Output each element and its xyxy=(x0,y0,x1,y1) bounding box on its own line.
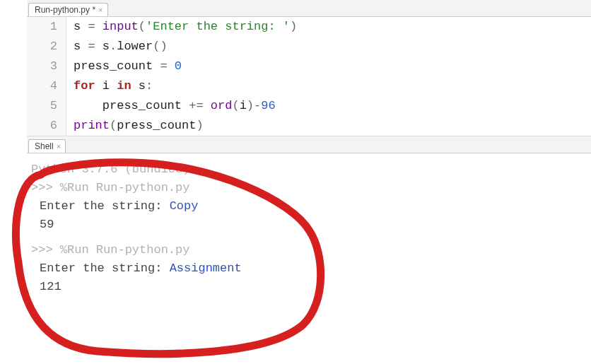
code-content[interactable]: s = s.lower() xyxy=(66,37,168,57)
token: - xyxy=(254,99,261,112)
token: ( xyxy=(110,119,117,132)
code-line: 1s = input('Enter the string: ') xyxy=(27,17,591,37)
repl-prompt: >>> xyxy=(31,181,60,194)
blank-line xyxy=(31,296,588,303)
token: ord xyxy=(211,99,233,112)
token xyxy=(168,59,175,73)
token: += xyxy=(189,99,203,112)
line-number: 1 xyxy=(27,17,66,37)
token: in xyxy=(117,79,131,93)
close-icon[interactable]: × xyxy=(57,142,61,151)
line-number: 2 xyxy=(27,37,66,57)
line-number: 5 xyxy=(27,96,66,116)
token: s xyxy=(74,40,81,53)
token: 'Enter the string: ' xyxy=(146,20,290,33)
token: i xyxy=(95,79,117,93)
user-input-value: Copy xyxy=(170,199,199,213)
token: . xyxy=(110,40,117,53)
run-command: %Run Run-python.py xyxy=(60,181,190,194)
shell-command-line: >>> %Run Run-python.py xyxy=(31,179,588,197)
token: print xyxy=(74,119,110,132)
code-content[interactable]: press_count = 0 xyxy=(66,57,182,76)
token: = xyxy=(160,59,167,73)
token: for xyxy=(74,79,95,93)
output-prompt-text: Enter the string: xyxy=(40,199,170,213)
repl-prompt: >>> xyxy=(31,243,60,257)
line-number: 3 xyxy=(27,57,66,76)
token xyxy=(81,40,88,53)
ide-window: Run-python.py * × 1s = input('Enter the … xyxy=(0,0,591,310)
token: : xyxy=(146,79,153,93)
line-number: 4 xyxy=(27,76,66,96)
shell-tab[interactable]: Shell × xyxy=(28,139,66,153)
editor-tab-bar: Run-python.py * × xyxy=(27,0,591,17)
code-content[interactable]: for i in s: xyxy=(66,76,153,96)
shell-tab-bar: Shell × xyxy=(27,136,591,153)
token: () xyxy=(153,40,167,53)
code-content[interactable]: print(press_count) xyxy=(66,116,204,136)
close-icon[interactable]: × xyxy=(98,6,103,14)
token: press_count xyxy=(74,99,182,112)
token: press_count xyxy=(74,59,153,73)
token: s xyxy=(131,79,146,93)
token xyxy=(95,40,103,53)
run-command: %Run Run-python.py xyxy=(60,243,190,257)
token xyxy=(81,20,88,33)
code-content[interactable]: s = input('Enter the string: ') xyxy=(66,17,297,37)
code-line: 2s = s.lower() xyxy=(27,37,591,57)
token: s xyxy=(74,20,81,33)
token: i xyxy=(240,99,247,112)
blank-line xyxy=(31,234,588,241)
token: lower xyxy=(117,40,153,53)
code-content[interactable]: press_count += ord(i)-96 xyxy=(66,96,276,116)
shell-output[interactable]: Python 3.7.6 (bundled)>>> %Run Run-pytho… xyxy=(27,153,591,310)
token xyxy=(182,99,189,112)
tab-filename: Run-python.py * xyxy=(35,5,95,15)
shell-tab-label: Shell xyxy=(35,141,54,151)
user-input-value: Assignment xyxy=(170,262,242,275)
code-line: 4for i in s: xyxy=(27,76,591,96)
token: s xyxy=(103,40,110,53)
code-line: 5 press_count += ord(i)-96 xyxy=(27,96,591,116)
token: ( xyxy=(232,99,239,112)
token xyxy=(204,99,211,112)
program-io-line: Enter the string: Assignment xyxy=(31,259,588,278)
token: ) xyxy=(196,119,203,132)
token: press_count xyxy=(117,119,196,132)
token xyxy=(95,20,103,33)
program-output: 121 xyxy=(31,278,588,296)
python-version: Python 3.7.6 (bundled) xyxy=(31,160,588,179)
code-editor[interactable]: 1s = input('Enter the string: ')2s = s.l… xyxy=(27,17,591,136)
token: 96 xyxy=(261,99,275,112)
line-number: 6 xyxy=(27,116,66,136)
token: input xyxy=(103,20,139,33)
output-prompt-text: Enter the string: xyxy=(40,262,170,275)
token: 0 xyxy=(175,59,182,73)
token: = xyxy=(88,20,95,33)
code-line: 3press_count = 0 xyxy=(27,57,591,76)
token xyxy=(153,59,160,73)
editor-tab[interactable]: Run-python.py * × xyxy=(28,3,108,16)
code-line: 6print(press_count) xyxy=(27,116,591,136)
token: ) xyxy=(290,20,297,33)
token: = xyxy=(88,40,95,53)
program-io-line: Enter the string: Copy xyxy=(31,197,588,216)
token: ) xyxy=(247,99,254,112)
token: ( xyxy=(139,20,146,33)
program-output: 59 xyxy=(31,216,588,234)
shell-command-line: >>> %Run Run-python.py xyxy=(31,241,588,259)
